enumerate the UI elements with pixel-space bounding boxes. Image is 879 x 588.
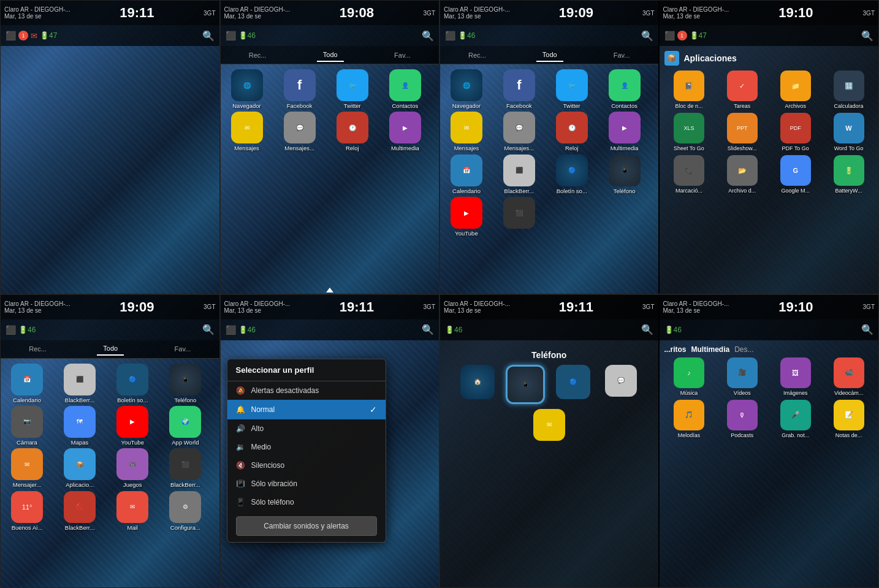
app-reloj-tc[interactable]: 🕐 Reloj [331,112,374,151]
app-bb2-tr[interactable]: ⬛ [498,197,541,237]
app-bol-folder[interactable]: 🔵 [552,365,595,404]
tab-recientes-tc[interactable]: Rec... [243,49,273,61]
date-tr2: Mar, 13 de se [663,13,701,20]
profile-item-alto[interactable]: 🔊 Alto [227,419,386,438]
tab-fav-bl[interactable]: Fav... [169,343,197,355]
app-tel-tr[interactable]: 📱 Teléfono [603,155,646,194]
app-msj2-tr[interactable]: 💬 Mensajes... [498,112,541,151]
app-msj-tr[interactable]: ✉ Mensajes [445,112,488,151]
app-mail-bl[interactable]: ✉ Mail [111,491,154,531]
search-br[interactable]: 🔍 [641,324,653,335]
search-br2[interactable]: 🔍 [861,324,873,335]
search-tl[interactable]: 🔍 [202,30,215,42]
app-videocam[interactable]: 📹 Videocám... [824,357,873,396]
app-tareas[interactable]: ✓ Tareas [717,71,767,109]
battery-tl: 🔋47 [40,31,57,40]
app-calc[interactable]: 🔢 Calculadora [824,71,873,109]
app-sheetgo[interactable]: XLS Sheet To Go [664,113,714,151]
app-multimedia-tc[interactable]: ▶ Multimedia [384,112,427,151]
icon-alto: 🔊 [236,424,245,433]
app-archivos[interactable]: 📁 Archivos [771,71,820,109]
profile-change-btn[interactable]: Cambiar sonidos y alertas [236,516,377,536]
app-imagenes[interactable]: 🖼 Imágenes [771,357,820,396]
app-bol-tr[interactable]: 🔵 Boletín so... [550,155,593,194]
tab-todo-bl[interactable]: Todo [97,342,124,356]
app-twitter-tc[interactable]: 🐦 Twitter [331,69,374,109]
app-navegador-tr[interactable]: 🌐 Navegador [445,69,488,109]
app-facebook-tr[interactable]: f Facebook [498,69,541,109]
app-aw-bl[interactable]: 🌍 App World [164,406,207,446]
app-ms-bl[interactable]: ✉ Mensajer... [6,448,48,488]
icon-videocam: 📹 [834,357,864,388]
tab-rec-tr[interactable]: Rec... [462,49,492,61]
app-mensajes-tc[interactable]: ✉ Mensajes [226,112,268,151]
icon-contactos-tc: 👤 [389,69,421,101]
app-twitter-tr[interactable]: 🐦 Twitter [550,69,593,109]
app-contactos-tc[interactable]: 👤 Contactos [384,69,427,109]
app-ba-bl[interactable]: 11° Buenos Ai... [6,491,48,531]
app-bb-bl[interactable]: ⬛ BlackBerr... [58,364,101,403]
app-yt-bl[interactable]: ▶ YouTube [111,406,154,446]
app-bb4-bl[interactable]: 🚫 BlackBerr... [58,491,101,531]
app-bb-tr[interactable]: ⬛ BlackBerr... [498,155,541,194]
app-slideshow[interactable]: PPT Slideshow... [717,113,767,151]
search-tr2[interactable]: 🔍 [861,30,873,42]
app-yt-tr[interactable]: ▶ YouTube [445,197,488,237]
tab-todo-tr[interactable]: Todo [536,48,563,62]
date-bl: Mar, 13 de se [4,307,42,314]
tab-favoritos-tc[interactable]: Fav... [388,49,417,61]
profile-item-silencioso[interactable]: 🔇 Silencioso [227,456,386,475]
search-bc[interactable]: 🔍 [422,324,434,335]
app-batteryw[interactable]: 🔋 BatteryW... [824,155,873,194]
app-cal-bl[interactable]: 📅 Calendario [6,364,48,403]
app-musica[interactable]: ♪ Música [664,357,714,396]
app-casa-folder[interactable]: 🏠 [456,365,499,404]
app-navegador-tc[interactable]: 🌐 Navegador [226,69,268,109]
app-tel-folder[interactable]: 📱 [504,365,547,404]
app-podcasts[interactable]: 🎙 Podcasts [717,400,767,438]
search-bl[interactable]: 🔍 [202,324,215,335]
app-ms-folder[interactable]: ✉ [528,409,571,441]
app-apl-bl[interactable]: 📦 Aplicacio... [58,448,101,488]
app-multi-tr[interactable]: ▶ Multimedia [603,112,646,151]
app-bb-folder[interactable]: 💬 [599,365,642,404]
app-grid-tc: 🌐 Navegador f Facebook 🐦 Twitter 👤 Conta… [221,64,440,294]
app-reloj-tr[interactable]: 🕐 Reloj [550,112,593,151]
icon-ba-bl: 11° [11,491,43,523]
app-blocn[interactable]: 📓 Bloc de n... [664,71,714,109]
app-wordgo[interactable]: W Word To Go [824,113,873,151]
profile-item-medio[interactable]: 🔉 Medio [227,438,386,456]
app-videos[interactable]: 🎥 Vídeos [717,357,767,396]
profile-item-vibracion[interactable]: 📳 Sólo vibración [227,475,386,493]
label-vibracion: Sólo vibración [251,479,297,488]
profile-item-alertas[interactable]: 🔕 Alertas desactivadas [227,381,386,400]
app-tel-bl[interactable]: 📱 Teléfono [164,364,207,403]
app-marcacion[interactable]: 📞 Marcació... [664,155,714,194]
search-tc[interactable]: 🔍 [422,30,434,42]
app-contactos-tr[interactable]: 👤 Contactos [603,69,646,109]
icon-musica: ♪ [674,357,704,388]
app-pdfgo[interactable]: PDF PDF To Go [771,113,820,151]
app-bb3-bl[interactable]: ⬛ BlackBerr... [164,448,207,488]
app-mensajes2-tc[interactable]: 💬 Mensajes... [278,112,321,151]
app-maps-bl[interactable]: 🗺 Mapas [58,406,101,446]
profile-item-normal[interactable]: 🔔 Normal ✓ [227,400,386,419]
app-archivod[interactable]: 📂 Archivo d... [717,155,767,194]
app-conf-bl[interactable]: ⚙ Configura... [164,491,207,531]
app-googlem[interactable]: G Google M... [771,155,820,194]
app-cal-tr[interactable]: 📅 Calendario [445,155,488,194]
tab-fav-tr[interactable]: Fav... [607,49,636,61]
tab-rec-bl[interactable]: Rec... [23,343,53,355]
app-facebook-tc[interactable]: f Facebook [278,69,321,109]
app-cam-bl[interactable]: 📷 Cámara [6,406,48,446]
profile-item-solo-tel[interactable]: 📱 Sólo teléfono [227,493,386,511]
app-melodias[interactable]: 🎵 Melodías [664,400,714,438]
notif-bar-br2: 🔋46 🔍 [660,319,879,340]
app-jue-bl[interactable]: 🎮 Juegos [111,448,154,488]
app-notas[interactable]: 📝 Notas de... [824,400,873,438]
tab-rito: ...ritos [664,345,687,354]
app-grabnot[interactable]: 🎤 Grab. not... [771,400,820,438]
tab-todo-tc[interactable]: Todo [317,48,344,62]
search-tr[interactable]: 🔍 [641,30,653,42]
app-bol-bl[interactable]: 🔵 Boletín so... [111,364,154,403]
